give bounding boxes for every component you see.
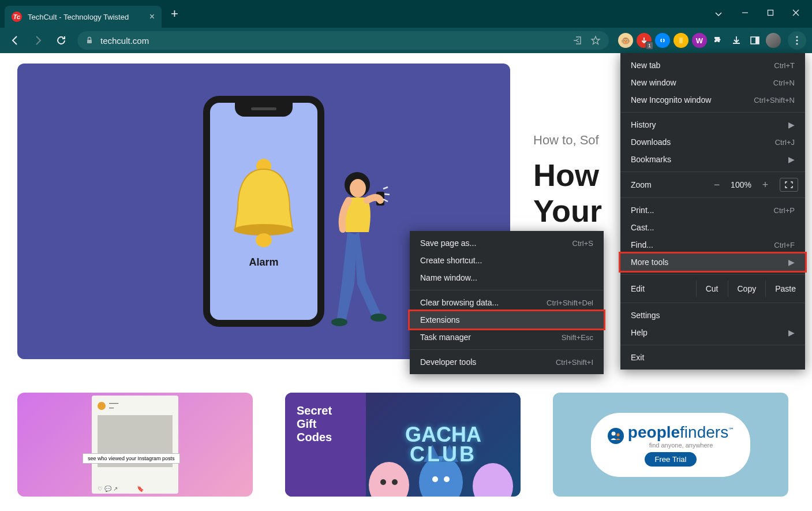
side-panel-icon[interactable]	[747, 33, 762, 48]
extension-monkey-icon[interactable]: 🐵	[618, 33, 633, 48]
svg-rect-1	[768, 10, 773, 16]
menu-help[interactable]: Help▶	[620, 324, 805, 341]
chevron-down-icon[interactable]	[714, 9, 723, 18]
maximize-button[interactable]	[767, 9, 774, 18]
window-controls	[714, 9, 807, 18]
submenu-save-page[interactable]: Save page as...Ctrl+S	[410, 234, 604, 252]
svg-point-24	[444, 476, 450, 482]
bookmark-icon[interactable]	[590, 35, 601, 46]
zoom-value: 100%	[727, 180, 755, 189]
lock-icon[interactable]	[85, 36, 93, 44]
alarm-label: Alarm	[249, 256, 278, 268]
menu-downloads[interactable]: DownloadsCtrl+J	[620, 133, 805, 151]
submenu-create-shortcut[interactable]: Create shortcut...	[410, 252, 604, 269]
menu-zoom: Zoom − 100% +	[620, 176, 805, 194]
menu-new-incognito[interactable]: New Incognito windowCtrl+Shift+N	[620, 91, 805, 109]
submenu-developer-tools[interactable]: Developer toolsCtrl+Shift+I	[410, 353, 604, 371]
close-window-button[interactable]	[792, 9, 799, 18]
extensions-puzzle-icon[interactable]	[710, 33, 725, 48]
svg-rect-2	[87, 40, 92, 43]
back-button[interactable]	[6, 31, 24, 50]
svg-point-12	[256, 233, 272, 247]
extension-w-icon[interactable]: W	[692, 33, 707, 48]
svg-point-25	[608, 428, 624, 444]
minimize-button[interactable]	[742, 9, 749, 18]
zoom-in-button[interactable]: +	[755, 179, 775, 191]
main-menu: New tabCtrl+T New windowCtrl+N New Incog…	[620, 53, 805, 370]
article-card-peoplefinders[interactable]: peoplepeoplefindersfinders℠ find anyone,…	[553, 393, 788, 497]
svg-point-18	[369, 462, 409, 497]
svg-point-22	[392, 479, 398, 485]
menu-exit[interactable]: Exit	[620, 349, 805, 366]
menu-copy[interactable]: Copy	[728, 281, 766, 297]
svg-point-8	[796, 39, 798, 41]
peoplefinders-logo: peoplepeoplefindersfinders℠	[628, 423, 734, 441]
more-tools-submenu: Save page as...Ctrl+S Create shortcut...…	[410, 231, 604, 374]
close-tab-icon[interactable]: ×	[149, 12, 155, 22]
extension-ublock-icon[interactable]: 1	[637, 33, 652, 48]
share-icon[interactable]	[572, 35, 582, 46]
menu-cast[interactable]: Cast...	[620, 219, 805, 236]
submenu-extensions[interactable]: Extensions	[408, 309, 605, 330]
favicon-icon: Tc	[12, 12, 22, 22]
url-text: techcult.com	[100, 36, 149, 46]
downloads-icon[interactable]	[729, 33, 744, 48]
instagram-tooltip: see who viewed your Instagram posts	[83, 453, 180, 464]
fullscreen-button[interactable]	[780, 178, 798, 192]
toolbar: techcult.com 🐵 1 W	[0, 28, 812, 53]
kebab-menu-button[interactable]	[788, 31, 806, 50]
menu-paste[interactable]: Paste	[765, 281, 805, 297]
article-card-instagram[interactable]: ━━━━━━ see who viewed your Instagram pos…	[17, 393, 253, 497]
article-card-gacha[interactable]: Secret Gift Codes GACHA CLUB	[285, 393, 521, 497]
profile-avatar-icon[interactable]	[766, 33, 781, 48]
svg-point-7	[796, 36, 798, 38]
new-tab-button[interactable]: +	[171, 6, 178, 21]
browser-tab[interactable]: Tc TechCult - Technology Twisted ×	[5, 6, 162, 28]
person-illustration	[325, 169, 395, 330]
menu-settings[interactable]: Settings	[620, 307, 805, 324]
svg-point-16	[331, 318, 347, 326]
bell-icon	[220, 155, 307, 253]
menu-edit-row: Edit Cut Copy Paste	[620, 278, 805, 299]
menu-new-tab[interactable]: New tabCtrl+T	[620, 57, 805, 74]
menu-cut[interactable]: Cut	[696, 281, 728, 297]
extension-keep-icon[interactable]	[673, 33, 688, 48]
extension-icons: 🐵 1 W	[616, 33, 783, 48]
svg-rect-4	[679, 38, 683, 43]
svg-point-17	[371, 314, 387, 322]
svg-point-23	[432, 476, 438, 482]
menu-history[interactable]: History▶	[620, 116, 805, 133]
svg-point-9	[796, 43, 798, 44]
free-trial-button[interactable]: Free Trial	[645, 452, 697, 467]
tab-title: TechCult - Technology Twisted	[28, 13, 149, 21]
svg-point-14	[350, 179, 366, 197]
reload-button[interactable]	[52, 31, 70, 50]
forward-button[interactable]	[29, 31, 47, 50]
menu-find[interactable]: Find...Ctrl+F	[620, 236, 805, 253]
zoom-out-button[interactable]: −	[707, 179, 727, 191]
svg-point-21	[380, 479, 386, 485]
phone-illustration: Alarm	[203, 96, 324, 327]
menu-print[interactable]: Print...Ctrl+P	[620, 202, 805, 219]
address-bar[interactable]: techcult.com	[77, 31, 609, 50]
svg-rect-6	[755, 37, 759, 44]
svg-point-20	[473, 463, 513, 497]
title-bar: Tc TechCult - Technology Twisted × +	[0, 0, 812, 28]
submenu-clear-browsing-data[interactable]: Clear browsing data...Ctrl+Shift+Del	[410, 294, 604, 311]
submenu-name-window[interactable]: Name window...	[410, 269, 604, 286]
svg-point-26	[611, 431, 615, 435]
extension-shazam-icon[interactable]	[655, 33, 670, 48]
svg-point-27	[616, 433, 619, 436]
extension-badge: 1	[646, 42, 653, 50]
menu-new-window[interactable]: New windowCtrl+N	[620, 74, 805, 91]
menu-more-tools[interactable]: More tools▶	[619, 252, 807, 273]
menu-bookmarks[interactable]: Bookmarks▶	[620, 151, 805, 168]
submenu-task-manager[interactable]: Task managerShift+Esc	[410, 329, 604, 346]
